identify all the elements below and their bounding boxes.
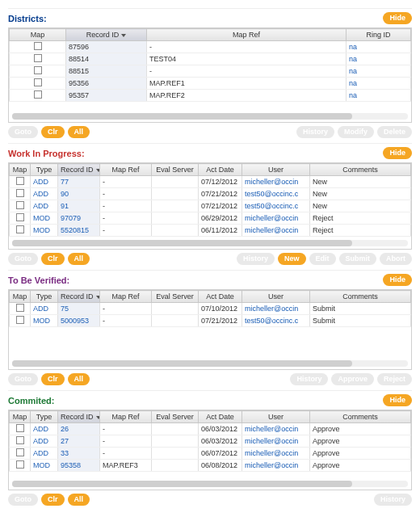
col-record-id[interactable]: Record ID <box>66 29 147 41</box>
row-checkbox[interactable] <box>16 304 24 312</box>
row-checkbox[interactable] <box>34 66 42 74</box>
clr-button[interactable]: Clr <box>41 253 65 265</box>
col-map-ref[interactable]: Map Ref <box>100 164 152 176</box>
history-button[interactable]: History <box>296 126 334 138</box>
cell-user: test50@occinc.c <box>242 200 310 212</box>
goto-button[interactable]: Goto <box>8 494 38 506</box>
row-checkbox[interactable] <box>34 78 42 86</box>
col-map[interactable]: Map <box>10 291 31 303</box>
col-record-id[interactable]: Record ID <box>58 164 100 176</box>
cell-comments: Approve <box>310 460 411 472</box>
table-row[interactable]: MOD 5000953 - 07/21/2012 test50@occinc.c… <box>10 315 411 327</box>
col-type[interactable]: Type <box>31 291 58 303</box>
row-checkbox[interactable] <box>16 424 24 432</box>
h-scrollbar[interactable] <box>12 113 408 120</box>
row-checkbox[interactable] <box>16 436 24 444</box>
hide-button[interactable]: Hide <box>383 274 412 286</box>
table-row[interactable]: ADD 91 - 07/21/2012 test50@occinc.c New <box>10 200 411 212</box>
table-row[interactable]: ADD 77 - 07/12/2012 micheller@occin New <box>10 176 411 188</box>
edit-button[interactable]: Edit <box>309 253 336 265</box>
col-record-id[interactable]: Record ID <box>58 411 100 423</box>
cell-type: ADD <box>31 303 58 315</box>
table-row[interactable]: ADD 75 - 07/10/2012 micheller@occin Subm… <box>10 303 411 315</box>
cell-user: micheller@occin <box>242 460 310 472</box>
col-eval[interactable]: Eval Server <box>152 291 199 303</box>
all-button[interactable]: All <box>68 373 90 385</box>
col-user[interactable]: User <box>242 291 310 303</box>
row-checkbox[interactable] <box>16 177 24 185</box>
goto-button[interactable]: Goto <box>8 126 38 138</box>
table-row[interactable]: ADD 26 - 06/03/2012 micheller@occin Appr… <box>10 423 411 435</box>
table-row[interactable]: 88515 - na <box>10 65 411 78</box>
col-map[interactable]: Map <box>10 164 31 176</box>
clr-button[interactable]: Clr <box>41 126 65 138</box>
row-checkbox[interactable] <box>16 316 24 324</box>
clr-button[interactable]: Clr <box>41 373 65 385</box>
table-row[interactable]: 87596 - na <box>10 41 411 53</box>
col-eval[interactable]: Eval Server <box>152 411 199 423</box>
col-map[interactable]: Map <box>10 29 66 41</box>
row-checkbox[interactable] <box>16 189 24 197</box>
h-scrollbar[interactable] <box>12 240 408 246</box>
cell-record-id: 95358 <box>58 460 100 472</box>
col-map[interactable]: Map <box>10 411 31 423</box>
col-map-ref[interactable]: Map Ref <box>147 29 346 41</box>
col-type[interactable]: Type <box>31 411 58 423</box>
reject-button[interactable]: Reject <box>377 373 412 385</box>
history-button[interactable]: History <box>290 373 328 385</box>
new-button[interactable]: New <box>278 253 306 265</box>
col-user[interactable]: User <box>242 411 310 423</box>
row-checkbox[interactable] <box>34 90 42 99</box>
hide-button[interactable]: Hide <box>383 147 412 159</box>
row-checkbox[interactable] <box>16 460 24 469</box>
table-row[interactable]: ADD 33 - 06/07/2012 micheller@occin Appr… <box>10 448 411 460</box>
col-ring-id[interactable]: Ring ID <box>346 29 411 41</box>
col-comments[interactable]: Comments <box>310 164 411 176</box>
table-row[interactable]: 95356 MAP.REF1 na <box>10 78 411 90</box>
table-row[interactable]: 88514 TEST04 na <box>10 53 411 65</box>
table-row[interactable]: ADD 27 - 06/03/2012 micheller@occin Appr… <box>10 435 411 448</box>
hide-button[interactable]: Hide <box>383 394 412 406</box>
col-act[interactable]: Act Date <box>199 411 242 423</box>
col-act[interactable]: Act Date <box>199 164 242 176</box>
tbv-table: Map Type Record ID Map Ref Eval Server A… <box>9 290 411 327</box>
col-comments[interactable]: Comments <box>310 411 411 423</box>
col-comments[interactable]: Comments <box>310 291 411 303</box>
modify-button[interactable]: Modify <box>338 126 374 138</box>
cell-record-id: 75 <box>58 303 100 315</box>
row-checkbox[interactable] <box>16 213 24 221</box>
col-act[interactable]: Act Date <box>199 291 242 303</box>
col-map-ref[interactable]: Map Ref <box>100 291 152 303</box>
row-checkbox[interactable] <box>16 448 24 456</box>
col-eval[interactable]: Eval Server <box>152 164 199 176</box>
row-checkbox[interactable] <box>16 201 24 209</box>
history-button[interactable]: History <box>374 494 412 506</box>
cell-record-id: 88515 <box>66 65 147 78</box>
goto-button[interactable]: Goto <box>8 253 38 265</box>
table-row[interactable]: MOD 5520815 - 06/11/2012 micheller@occin… <box>10 225 411 237</box>
table-row[interactable]: MOD 97079 - 06/29/2012 micheller@occin R… <box>10 212 411 225</box>
table-row[interactable]: 95357 MAP.REF2 na <box>10 90 411 102</box>
goto-button[interactable]: Goto <box>8 373 38 385</box>
hide-button[interactable]: Hide <box>383 12 412 24</box>
col-record-id[interactable]: Record ID <box>58 291 100 303</box>
col-user[interactable]: User <box>242 164 310 176</box>
row-checkbox[interactable] <box>34 42 42 50</box>
submit-button[interactable]: Submit <box>339 253 377 265</box>
col-map-ref[interactable]: Map Ref <box>100 411 152 423</box>
all-button[interactable]: All <box>68 253 90 265</box>
row-checkbox[interactable] <box>34 54 42 62</box>
history-button[interactable]: History <box>237 253 275 265</box>
col-type[interactable]: Type <box>31 164 58 176</box>
table-row[interactable]: ADD 90 - 07/21/2012 test50@occinc.c New <box>10 188 411 200</box>
row-checkbox[interactable] <box>16 225 24 233</box>
delete-button[interactable]: Delete <box>377 126 412 138</box>
abort-button[interactable]: Abort <box>380 253 412 265</box>
table-row[interactable]: MOD 95358 MAP.REF3 06/08/2012 micheller@… <box>10 460 411 472</box>
all-button[interactable]: All <box>68 126 90 138</box>
all-button[interactable]: All <box>68 494 90 506</box>
clr-button[interactable]: Clr <box>41 494 65 506</box>
h-scrollbar[interactable] <box>12 360 408 367</box>
approve-button[interactable]: Approve <box>331 373 374 385</box>
h-scrollbar[interactable] <box>12 481 408 487</box>
